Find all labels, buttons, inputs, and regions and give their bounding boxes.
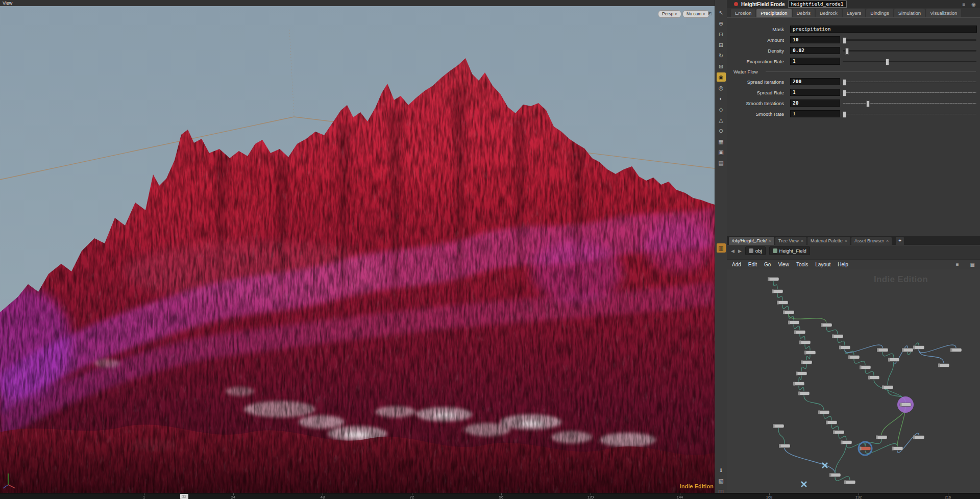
param-field-spread-iterations[interactable]: 200 — [790, 78, 840, 85]
normals-icon[interactable]: △ — [717, 115, 726, 124]
graph-node-flag[interactable] — [779, 444, 781, 448]
graph-node-flag[interactable] — [848, 356, 850, 359]
history-forward-button[interactable]: ▶ — [738, 248, 742, 254]
param-field-smooth-iterations[interactable]: 20 — [790, 99, 840, 107]
param-slider-smooth-rate[interactable] — [843, 114, 976, 114]
network-dot-marker[interactable] — [801, 482, 806, 487]
playbar-timeline[interactable]: 12448729612014416819221612 — [0, 493, 980, 499]
slider-handle[interactable] — [843, 90, 846, 96]
param-slider-amount[interactable] — [843, 39, 976, 41]
graph-node-flag[interactable] — [829, 473, 831, 477]
param-field-smooth-rate[interactable]: 1 — [790, 110, 840, 117]
tab-precipitation[interactable]: Precipitation — [756, 9, 791, 17]
param-section-water-flow[interactable]: Water Flow — [727, 67, 980, 77]
param-menu-icon[interactable]: ≡ — [962, 2, 965, 7]
pane-tab-asset-browser[interactable]: Asset Browser× — [851, 237, 892, 245]
graph-node-flag[interactable] — [892, 447, 894, 451]
graph-node-flag[interactable] — [876, 436, 878, 439]
close-icon[interactable]: × — [886, 238, 889, 243]
tab-layers[interactable]: Layers — [843, 9, 866, 17]
param-field-mask[interactable]: precipitation — [790, 26, 977, 33]
graph-node-flag[interactable] — [818, 411, 820, 414]
node-name-field[interactable]: heightfield_erode1 — [788, 1, 847, 8]
tab-bedrock[interactable]: Bedrock — [816, 9, 842, 17]
param-slider-spread-rate[interactable] — [843, 92, 976, 93]
slider-handle[interactable] — [843, 37, 846, 44]
pane-tab-material-palette[interactable]: Material Palette× — [807, 237, 850, 245]
graph-node-flag[interactable] — [882, 386, 884, 389]
light-icon[interactable]: ◉ — [717, 72, 726, 82]
slider-handle[interactable] — [845, 48, 849, 55]
slider-handle[interactable] — [866, 101, 870, 107]
menu-view[interactable]: View — [778, 262, 789, 267]
graph-node-flag[interactable] — [796, 372, 798, 376]
snap-grid-icon[interactable]: ▥ — [717, 243, 726, 253]
network-dot-marker[interactable] — [822, 463, 827, 468]
menu-go[interactable]: Go — [764, 262, 771, 267]
tab-simulation[interactable]: Simulation — [894, 9, 925, 17]
wireframe-icon[interactable]: ◇ — [717, 105, 726, 114]
graph-node-flag[interactable] — [844, 481, 846, 484]
graph-node-flag[interactable] — [888, 358, 890, 362]
group-select-icon[interactable]: ▤ — [717, 158, 726, 167]
graph-node-flag[interactable] — [902, 348, 904, 352]
graph-node-flag[interactable] — [841, 441, 843, 444]
tab-debris[interactable]: Debris — [793, 9, 815, 17]
slider-handle[interactable] — [886, 59, 889, 65]
pane-tab-obj-height-field[interactable]: /obj/Height_Field× — [729, 237, 774, 245]
param-slider-smooth-iterations[interactable] — [843, 103, 976, 104]
menu-edit[interactable]: Edit — [748, 262, 757, 267]
graph-node-flag[interactable] — [913, 346, 915, 350]
points-icon[interactable]: ⊙ — [717, 126, 726, 135]
graph-node-flag[interactable] — [868, 376, 870, 380]
box-select-icon[interactable]: ⊡ — [717, 30, 726, 39]
close-icon[interactable]: × — [769, 238, 771, 243]
graph-node-flag[interactable] — [860, 366, 862, 369]
playhead[interactable]: 12 — [180, 494, 188, 499]
menu-layout[interactable]: Layout — [815, 262, 830, 267]
param-field-density[interactable]: 0.02 — [790, 47, 840, 54]
param-slider-spread-iterations[interactable] — [843, 82, 976, 82]
flipbook-icon[interactable]: ▧ — [717, 476, 726, 485]
graph-node-flag[interactable] — [773, 425, 775, 428]
network-editor[interactable]: Indie Edition — [727, 269, 980, 493]
tab-visualization[interactable]: Visualization — [926, 9, 961, 17]
close-icon[interactable]: × — [845, 238, 847, 243]
graph-node-flag[interactable] — [799, 341, 801, 344]
terrain-3d-render[interactable] — [0, 6, 715, 493]
scene-viewport[interactable]: View — [0, 0, 715, 493]
param-field-amount[interactable]: 10 — [790, 36, 840, 43]
graph-node-flag[interactable] — [801, 361, 803, 364]
graph-node-flag[interactable] — [804, 351, 806, 355]
tab-bindings[interactable]: Bindings — [866, 9, 893, 17]
graph-node-flag[interactable] — [768, 278, 770, 281]
close-icon[interactable]: × — [801, 238, 803, 243]
param-field-spread-rate[interactable]: 1 — [790, 89, 840, 96]
network-grid-icon[interactable]: ▦ — [970, 262, 975, 267]
graph-node-flag[interactable] — [839, 346, 841, 350]
graph-node-flag[interactable] — [877, 348, 879, 352]
graph-node-flag[interactable] — [900, 403, 902, 407]
rotate-handle-icon[interactable]: ↻ — [717, 51, 726, 60]
pan-icon[interactable]: ⊕ — [717, 19, 726, 28]
graph-node-flag[interactable] — [833, 431, 835, 434]
graph-node-flag[interactable] — [913, 436, 915, 439]
graph-node-flag[interactable] — [798, 392, 800, 395]
param-slider-evaporation-rate[interactable] — [843, 61, 976, 62]
slider-handle[interactable] — [843, 79, 846, 86]
graph-node-flag[interactable] — [832, 335, 834, 338]
shade-mode-icon[interactable]: ◐ — [717, 94, 726, 103]
history-back-button[interactable]: ◀ — [731, 248, 734, 254]
pane-tab-tree-view[interactable]: Tree View× — [775, 237, 806, 245]
menu-add[interactable]: Add — [732, 262, 741, 267]
param-slider-density[interactable] — [843, 50, 976, 52]
network-list-icon[interactable]: ≡ — [956, 262, 959, 267]
menu-help[interactable]: Help — [838, 262, 848, 267]
graph-node-flag[interactable] — [950, 348, 952, 352]
info-icon[interactable]: ℹ — [717, 465, 726, 475]
graph-node-flag[interactable] — [821, 323, 823, 327]
move-handle-icon[interactable]: ⊞ — [717, 40, 726, 49]
camera-select-button[interactable]: No cam▼ — [682, 10, 709, 18]
graph-node-flag[interactable] — [788, 321, 790, 325]
slider-handle[interactable] — [843, 111, 846, 118]
